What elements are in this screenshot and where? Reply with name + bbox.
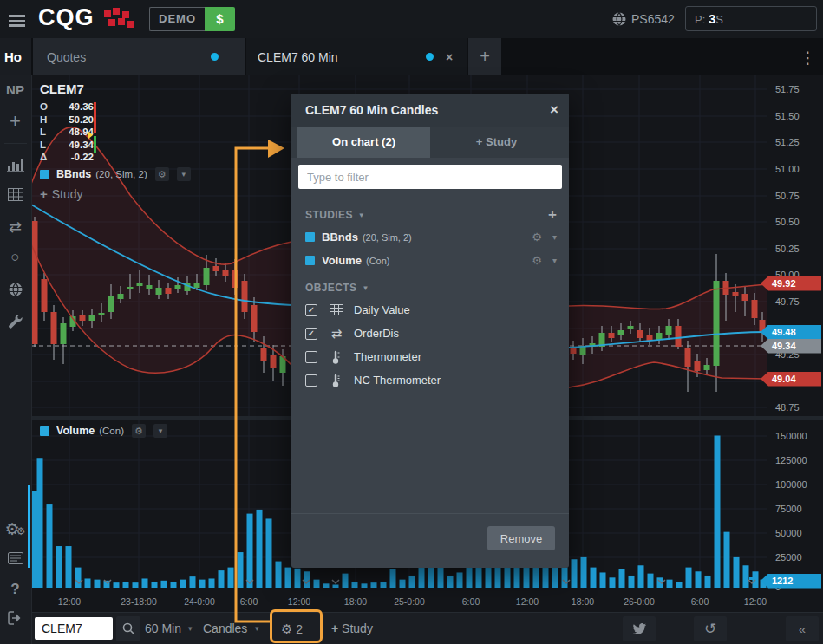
sidebar-list-icon[interactable] [0, 552, 30, 568]
candle-body [733, 292, 739, 296]
study-name: Volume [322, 254, 362, 267]
candle-body [223, 270, 229, 276]
objects-section-header[interactable]: OBJECTS ▼ [291, 277, 569, 298]
gear-icon[interactable]: ⚙ [532, 231, 542, 244]
sidebar-chart-icon[interactable] [0, 157, 30, 176]
candle-body [742, 294, 748, 301]
caret-down-icon[interactable]: ▾ [552, 256, 557, 265]
hamburger-bar [9, 15, 25, 17]
candle-body [271, 355, 277, 368]
add-study-link[interactable]: + Study [40, 186, 83, 201]
volume-bar [114, 582, 120, 588]
volume-bar [419, 565, 425, 588]
position-prefix: P: [695, 13, 705, 26]
checkbox[interactable] [305, 351, 317, 363]
sidebar-scroll-indicator[interactable] [28, 485, 30, 568]
tab-home[interactable]: Ho [0, 38, 31, 75]
sidebar-item-np[interactable]: NP [0, 82, 30, 97]
demo-button[interactable]: DEMO [149, 7, 205, 31]
collapse-button[interactable]: « [786, 616, 819, 641]
volume-legend[interactable]: Volume (Con) ⚙ ▾ [40, 424, 167, 438]
interval-dropdown[interactable]: 60 Min [145, 621, 181, 635]
search-button[interactable] [116, 616, 140, 641]
candle-body [89, 315, 95, 321]
study-row[interactable]: Volume (Con) ⚙ ▾ [291, 249, 569, 272]
sidebar-globe-icon[interactable] [0, 282, 30, 301]
arrows-icon: ⇄ [328, 326, 345, 342]
hamburger-menu-icon[interactable] [9, 12, 25, 29]
toolbar-add-study[interactable]: + Study [331, 621, 373, 635]
volume-bar [619, 569, 625, 588]
remove-button[interactable]: Remove [487, 526, 555, 550]
filter-input[interactable] [298, 165, 562, 189]
gear-icon[interactable]: ⚙ [132, 424, 146, 438]
position-suffix: S [715, 13, 723, 26]
sidebar-circle-icon[interactable]: ○ [0, 249, 30, 266]
sidebar-help-icon[interactable]: ? [0, 581, 30, 598]
study-row[interactable]: BBnds (20, Sim, 2) ⚙ ▾ [291, 225, 569, 249]
caret-down-icon[interactable]: ▾ [177, 167, 191, 181]
tab-chart-clem7[interactable]: CLEM7 60 Min × [246, 38, 467, 75]
kebab-menu-icon[interactable]: ⋮ [800, 48, 816, 68]
study-color-swatch [40, 170, 49, 179]
close-icon[interactable]: × [550, 101, 558, 119]
object-row[interactable]: ✓ ⇄ OrderDis [291, 322, 569, 345]
candle-body [32, 221, 38, 344]
tab-close-icon[interactable]: × [446, 50, 453, 64]
candle-body [108, 296, 114, 312]
position-box[interactable]: P: 3S [685, 6, 817, 31]
candle-body [80, 315, 86, 321]
bbands-legend[interactable]: BBnds (20, Sim, 2) ⚙ ▾ [40, 167, 191, 181]
volume-bar [438, 565, 444, 588]
ohlc-row: Δ-0.22 [40, 151, 94, 164]
candle-body [760, 320, 766, 333]
volume-bar [133, 582, 139, 588]
study-name: BBnds [322, 231, 358, 244]
candle-body [213, 266, 219, 271]
dialog-header[interactable]: CLEM7 60 Min Candles × [291, 94, 569, 127]
object-row[interactable]: NC Thermometer [291, 368, 569, 392]
twitter-share-button[interactable] [623, 616, 656, 641]
volume-bar [171, 582, 177, 588]
session-chevron-icon [332, 580, 339, 583]
volume-bar [257, 510, 263, 588]
dialog-title: CLEM7 60 Min Candles [291, 103, 438, 117]
sidebar-table-icon[interactable] [0, 188, 30, 205]
gear-icon[interactable]: ⚙ [532, 254, 542, 267]
volume-bar [314, 580, 320, 588]
tab-add-study[interactable]: + Study [430, 127, 563, 158]
checkbox[interactable]: ✓ [305, 328, 317, 340]
gear-icon[interactable]: ⚙ [155, 167, 169, 181]
refresh-button[interactable]: ↺ [694, 616, 727, 641]
checkbox[interactable]: ✓ [305, 304, 317, 316]
logo-square [108, 19, 115, 26]
sidebar-logout-icon[interactable] [0, 611, 30, 628]
chart-type-dropdown[interactable]: Candles [203, 621, 247, 635]
caret-down-icon: ▼ [362, 284, 369, 292]
caret-down-icon[interactable]: ▾ [552, 232, 557, 242]
sidebar-orders-icon[interactable]: ⇄ [0, 218, 30, 237]
tab-on-chart[interactable]: On chart (2) [297, 127, 430, 158]
cqg-app: CQG DEMO $ PS6542 P: 3S Ho Quotes [0, 0, 823, 644]
new-tab-button[interactable]: + [468, 38, 501, 75]
candle-body [242, 281, 248, 312]
caret-down-icon[interactable]: ▾ [153, 424, 167, 438]
object-row[interactable]: Thermometer [291, 345, 569, 368]
candle-body [618, 330, 624, 335]
object-label: OrderDis [354, 327, 399, 340]
funding-button[interactable]: $ [205, 7, 235, 31]
volume-bar [676, 582, 683, 588]
study-params: (20, Sim, 2) [363, 232, 412, 243]
candle-body [695, 361, 701, 371]
studies-section-header[interactable]: STUDIES ▼ + [291, 205, 569, 225]
checkbox[interactable] [305, 374, 317, 387]
sidebar-add-button[interactable]: + [0, 110, 30, 133]
sidebar-settings-icon[interactable]: ⚙⚙ [0, 519, 30, 539]
ohlc-row: O49.36 [40, 101, 94, 114]
symbol-input[interactable] [35, 617, 113, 640]
tab-quotes[interactable]: Quotes [33, 38, 245, 75]
sidebar-wrench-icon[interactable] [0, 313, 30, 332]
candle-body [628, 326, 634, 329]
object-row[interactable]: ✓ Daily Value [291, 298, 569, 322]
add-study-icon[interactable]: + [548, 206, 557, 224]
